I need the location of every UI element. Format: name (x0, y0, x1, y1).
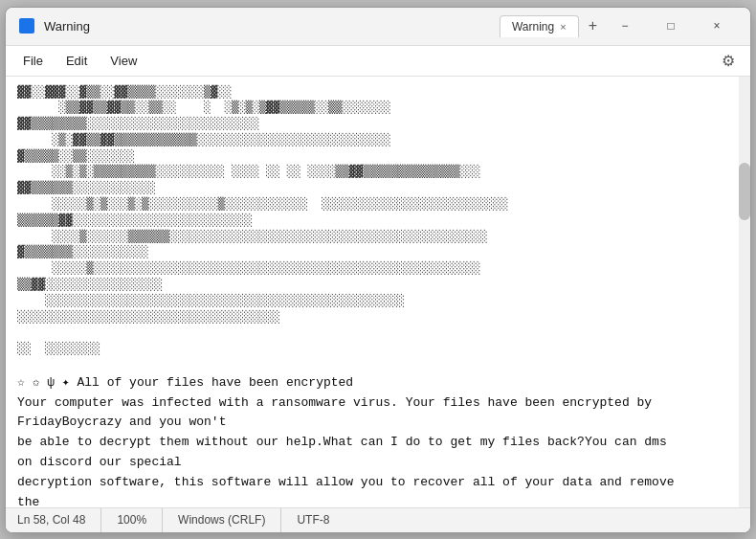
maximize-button[interactable]: □ (649, 11, 693, 41)
window-title: Warning (44, 19, 492, 34)
ransom-line: be able to decrypt them without our help… (17, 433, 739, 453)
ransom-line: Your computer was infected with a ransom… (17, 393, 739, 414)
garbled-line (17, 325, 739, 341)
tab-close-button[interactable]: × (560, 21, 566, 33)
garbled-line: ░░░░▒░░░░░░▒▒▒▒▒▒░░░░░░░░░░░░░░░░░░░░░░░… (17, 229, 739, 245)
zoom-level: 100% (101, 508, 163, 532)
menu-file[interactable]: File (13, 50, 53, 72)
new-tab-button[interactable]: + (583, 17, 603, 34)
garbled-line: ▓▒▒▒▒▒░░▒▒░░░░░░░ (17, 148, 739, 165)
menu-view[interactable]: View (100, 50, 146, 72)
line-ending: Windows (CRLF) (163, 508, 281, 532)
ransom-line: ☆ ✩ ψ ✦ All of your files have been encr… (17, 373, 739, 393)
svg-rect-1 (21, 21, 31, 23)
garbled-line: ▓▓▒▒▒▒▒▒░░░░░░░░░░░░ (17, 180, 739, 196)
garbled-line: ▓▓░░▓▓▓░░▓▒▒░░▓▓▒▒▒▒░░░░░░░▒▓░░ (17, 84, 739, 101)
ransom-line: decryption software, this software will … (17, 473, 739, 493)
tab-warning[interactable]: Warning × (500, 15, 579, 37)
ransom-line: the (17, 493, 739, 507)
encoding: UTF-8 (281, 508, 345, 532)
garbled-line: ░░░░░▒░░░░░░░░░░░░░░░░░░░░░░░░░░░░░░░░░░… (17, 260, 739, 277)
garbled-line (17, 357, 739, 373)
editor-wrapper: ▓▓░░▓▓▓░░▓▒▒░░▓▓▒▒▒▒░░░░░░░▒▓░░ ░▒▒▓▓▒▒▓… (6, 77, 750, 507)
cursor-position: Ln 58, Col 48 (17, 508, 101, 532)
tab-area: Warning × + (500, 15, 603, 37)
garbled-line: ░▒▒▓▓▒▒▓▓▒▒░░▒▒░░ ░ ░▒░▒░▒▓▓▒▒▒▒▒░░▒▒░░░… (17, 100, 739, 116)
menu-edit[interactable]: Edit (56, 50, 97, 72)
garbled-line: ░▒░▓▓▒▒▓▓▒▒▒▒▒▒▒▒▒▒▒▒░░░░░░░░░░░░░░░░░░░… (17, 132, 739, 148)
garbled-line: ▒▒▓▓░░░░░░░░░░░░░░░░░ (17, 277, 739, 293)
garbled-line: ░░▒░▒░▒▒▒▒▒▒▒▒▒░░░░░░░░░░ ░░░░ ░░ ░░ ░░░… (17, 164, 739, 180)
garbled-line: ▓▓▒▒▒▒▒▒▒▒░░░░░░░░░░░░░░░░░░░░░░░░░ (17, 116, 739, 132)
svg-rect-2 (21, 24, 31, 26)
garbled-line: ▒▒▒▒▒▒▓▓░░░░░░░░░░░░░░░░░░░░░░░░░░ (17, 213, 739, 229)
tab-label: Warning (512, 20, 554, 34)
garbled-line: ░░░░░░░░░░░░░░░░░░░░░░░░░░░░░░░░░░░░░░ (17, 309, 739, 326)
scrollbar-track[interactable] (739, 77, 750, 507)
close-button[interactable]: × (695, 11, 739, 41)
status-bar: Ln 58, Col 48 100% Windows (CRLF) UTF-8 (6, 507, 750, 532)
garbled-line: ░░░░░░░░░░░░░░░░░░░░░░░░░░░░░░░░░░░░░░░░… (17, 293, 739, 309)
app-icon (17, 16, 36, 35)
garbled-line: ░░ ░░░░░░░░ (17, 341, 739, 357)
minimize-button[interactable]: − (603, 11, 647, 41)
svg-rect-3 (21, 27, 28, 29)
garbled-line: ░░░░░▒░▒░░░▒░▒░░░░░░░░░░▒░░░░░░░░░░░░ ░░… (17, 196, 739, 213)
garbled-line: ▓▒▒▒▒▒▒▒░░░░░░░░░░░ (17, 244, 739, 260)
window-controls: − □ × (603, 11, 739, 41)
ransom-line: FridayBoycrazy and you won't (17, 413, 739, 433)
title-bar: Warning Warning × + − □ × (6, 8, 750, 46)
main-window: Warning Warning × + − □ × File Edit View… (5, 7, 751, 533)
ransom-line: on discord our special (17, 453, 739, 473)
settings-icon[interactable]: ⚙ (714, 48, 743, 74)
scrollbar-thumb[interactable] (739, 163, 750, 220)
menu-bar: File Edit View ⚙ (6, 46, 750, 77)
editor-area[interactable]: ▓▓░░▓▓▓░░▓▒▒░░▓▓▒▒▒▒░░░░░░░▒▓░░ ░▒▒▓▓▒▒▓… (6, 77, 750, 507)
